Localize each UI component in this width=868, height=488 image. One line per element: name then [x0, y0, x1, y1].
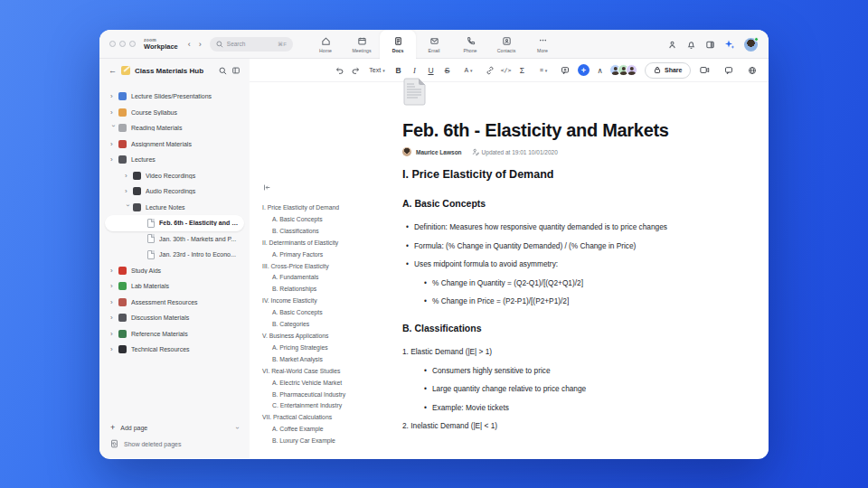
- language-globe-icon[interactable]: [745, 63, 759, 78]
- toc-item[interactable]: B. Market Analysis: [262, 354, 398, 366]
- tab-home[interactable]: Home: [307, 30, 344, 59]
- document-line[interactable]: Consumers highly sensitive to price: [402, 366, 714, 375]
- chat-button[interactable]: [722, 63, 735, 78]
- sidebar-item[interactable]: › Discussion Materials: [105, 310, 244, 326]
- toc-item[interactable]: A. Electric Vehicle Market: [262, 378, 398, 389]
- sidebar-item[interactable]: › Audio Recordings: [105, 183, 244, 200]
- minimize-window-button[interactable]: [119, 41, 126, 47]
- tab-more[interactable]: More: [524, 30, 561, 59]
- document-line[interactable]: 2. Inelastic Demand (|E| < 1): [402, 421, 714, 430]
- toc-item[interactable]: VI. Real-World Case Studies: [262, 366, 398, 378]
- document-line[interactable]: I. Price Elasticity of Demand: [402, 168, 714, 181]
- document-line[interactable]: Large quantity change relative to price …: [402, 384, 714, 393]
- search-input[interactable]: Search ⌘F: [210, 37, 293, 52]
- toc-item[interactable]: A. Pricing Strategies: [262, 343, 398, 354]
- toc-item[interactable]: III. Cross-Price Elasticity: [262, 261, 398, 273]
- ai-companion-icon[interactable]: [724, 39, 735, 50]
- sidebar-item[interactable]: › Assessment Resources: [105, 295, 244, 311]
- toc-item[interactable]: A. Basic Concepts: [262, 214, 398, 226]
- toc-item[interactable]: B. Categories: [262, 319, 398, 331]
- sidebar-item[interactable]: › Lecture Slides/Presentations: [105, 89, 244, 105]
- window-controls[interactable]: [109, 41, 136, 47]
- toc-item[interactable]: B. Classifications: [262, 226, 398, 238]
- sidebar-panel-icon[interactable]: [231, 66, 241, 75]
- document-line[interactable]: A. Basic Concepts: [402, 198, 714, 209]
- chevron-right-icon[interactable]: ›: [110, 298, 118, 306]
- document-title[interactable]: Feb. 6th - Elasticity and Markets: [402, 119, 714, 141]
- document-canvas[interactable]: Feb. 6th - Elasticity and Markets Mauric…: [402, 59, 714, 440]
- sidebar-item[interactable]: Feb. 6th - Elasticity and M...: [105, 215, 244, 231]
- chevron-right-icon[interactable]: ›: [109, 125, 118, 133]
- chevron-right-icon[interactable]: ›: [110, 92, 118, 100]
- folder-icon: [118, 92, 127, 100]
- sidebar-item[interactable]: › Reading Materials: [105, 120, 244, 136]
- tab-meetings[interactable]: Meetings: [344, 30, 380, 59]
- chevron-right-icon[interactable]: ›: [110, 345, 118, 353]
- tab-contacts[interactable]: Contacts: [488, 30, 524, 59]
- toc-item[interactable]: B. Luxury Car Example: [262, 436, 398, 447]
- toc-item[interactable]: V. Business Applications: [262, 331, 398, 343]
- close-window-button[interactable]: [109, 41, 116, 47]
- chevron-right-icon[interactable]: ›: [110, 155, 118, 164]
- sidebar-search-icon[interactable]: [219, 67, 227, 75]
- toc-item[interactable]: VII. Practical Calculations: [262, 412, 398, 424]
- tab-phone[interactable]: Phone: [452, 30, 488, 59]
- chevron-right-icon[interactable]: ›: [110, 140, 118, 148]
- zoom-workplace-window: zoom Workplace ‹ › Search ⌘F: [99, 30, 769, 459]
- document-line[interactable]: 1. Elastic Demand (|E| > 1): [402, 347, 714, 356]
- sidebar-item[interactable]: › Technical Resources: [105, 342, 244, 358]
- sidebar-item[interactable]: › Reference Materials: [105, 326, 244, 343]
- maximize-window-button[interactable]: [129, 41, 136, 47]
- toc-item[interactable]: II. Determinants of Elasticity: [262, 238, 398, 249]
- sidebar-item[interactable]: › Lecture Notes: [105, 200, 244, 216]
- document-line[interactable]: % Change in Quantity = (Q2-Q1)/[(Q2+Q1)/…: [402, 278, 714, 287]
- sidebar-item[interactable]: Jan. 30th - Markets and P...: [105, 231, 244, 248]
- document-line[interactable]: Formula: (% Change in Quantity Demanded)…: [402, 241, 714, 250]
- document-line[interactable]: Example: Movie tickets: [402, 403, 714, 412]
- sidebar-back-button[interactable]: ←: [108, 66, 117, 75]
- add-page-chevron-icon[interactable]: ›: [233, 427, 241, 429]
- sidebar-item[interactable]: Jan. 23rd - Intro to Econo...: [105, 247, 244, 263]
- chevron-right-icon[interactable]: ›: [125, 187, 133, 195]
- user-avatar[interactable]: [744, 38, 758, 52]
- toc-item[interactable]: I. Price Elasticity of Demand: [262, 202, 398, 214]
- sidebar-item[interactable]: › Study Aids: [105, 263, 244, 279]
- document-line[interactable]: B. Classifications: [402, 323, 714, 333]
- sidebar-item[interactable]: › Lab Materials: [105, 278, 244, 295]
- toc-item[interactable]: A. Coffee Example: [262, 424, 398, 436]
- chevron-right-icon[interactable]: ›: [110, 314, 118, 322]
- nav-back-button[interactable]: ‹: [188, 40, 191, 49]
- nav-forward-button[interactable]: ›: [199, 40, 202, 49]
- undo-button[interactable]: [333, 63, 346, 78]
- toc-item[interactable]: C. Entertainment Industry: [262, 400, 398, 412]
- toc-item[interactable]: A. Primary Factors: [262, 249, 398, 261]
- toc-item[interactable]: A. Basic Concepts: [262, 307, 398, 319]
- chevron-right-icon[interactable]: ›: [110, 330, 118, 338]
- document-line[interactable]: % Change in Price = (P2-P1)/[(P2+P1)/2]: [402, 296, 714, 305]
- profile-card-icon[interactable]: [667, 40, 677, 50]
- chevron-right-icon[interactable]: ›: [110, 282, 118, 290]
- side-panel-icon[interactable]: [705, 40, 715, 50]
- document-line[interactable]: Uses midpoint formula to avoid asymmetry…: [402, 259, 714, 268]
- toc-item[interactable]: IV. Income Elasticity: [262, 296, 398, 307]
- sidebar-item[interactable]: › Video Recordings: [105, 168, 244, 184]
- text-style-dropdown[interactable]: Text ▾: [365, 63, 389, 78]
- chevron-right-icon[interactable]: ›: [110, 108, 118, 117]
- toc-item[interactable]: B. Pharmaceutical Industry: [262, 389, 398, 401]
- toc-item[interactable]: B. Relationships: [262, 284, 398, 296]
- show-deleted-pages-button[interactable]: Show deleted pages: [99, 436, 250, 452]
- tab-docs[interactable]: Docs: [380, 30, 416, 60]
- collapse-toc-icon[interactable]: [262, 179, 398, 195]
- chevron-right-icon[interactable]: ›: [125, 172, 133, 180]
- sidebar-item[interactable]: › Assignment Materials: [105, 136, 244, 153]
- chevron-right-icon[interactable]: ›: [110, 267, 118, 275]
- sidebar-item[interactable]: › Lectures: [105, 152, 244, 168]
- tab-email[interactable]: Email: [416, 30, 452, 59]
- add-page-button[interactable]: + Add page ›: [99, 419, 250, 436]
- chevron-right-icon[interactable]: ›: [124, 204, 132, 212]
- redo-button[interactable]: [349, 63, 363, 78]
- toc-item[interactable]: A. Fundamentals: [262, 272, 398, 284]
- notifications-bell-icon[interactable]: [686, 40, 696, 50]
- document-line[interactable]: Definition: Measures how responsive quan…: [402, 222, 714, 231]
- sidebar-item[interactable]: › Course Syllabus: [105, 105, 244, 121]
